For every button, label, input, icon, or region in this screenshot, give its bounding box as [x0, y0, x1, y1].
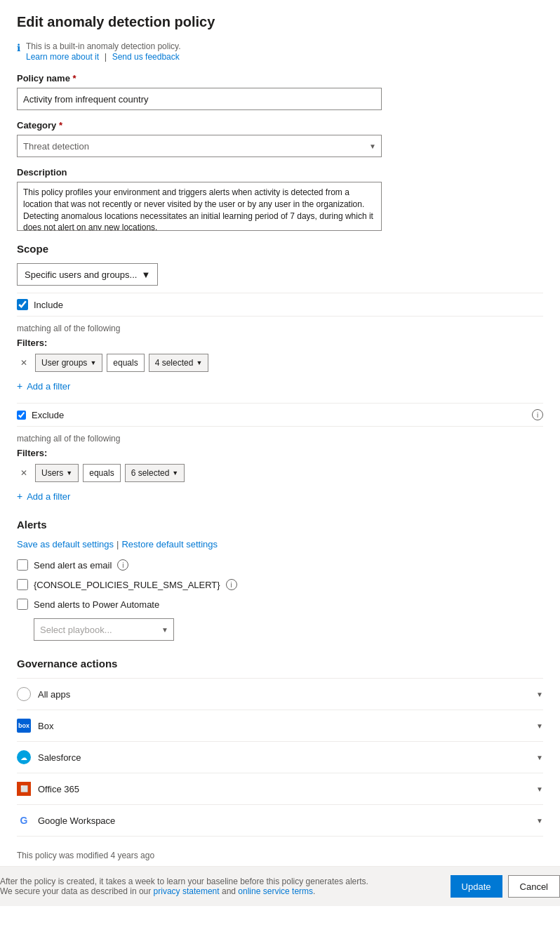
power-automate-checkbox[interactable] — [17, 599, 28, 610]
save-default-link[interactable]: Save as default settings — [17, 539, 114, 550]
governance-item-box[interactable]: box Box ▼ — [17, 710, 543, 742]
exclude-add-filter-button[interactable]: + Add a filter — [17, 488, 70, 505]
include-filter-field-label: User groups — [41, 358, 87, 368]
alerts-links: Save as default settings | Restore defau… — [17, 539, 543, 550]
include-add-filter-button[interactable]: + Add a filter — [17, 378, 70, 394]
include-filter-field-chevron-icon: ▼ — [90, 359, 96, 366]
all-apps-label: All apps — [38, 689, 70, 700]
email-alert-checkbox[interactable] — [17, 559, 28, 571]
policy-name-label: Policy name — [17, 73, 543, 84]
description-field: Description This policy profiles your en… — [17, 167, 543, 233]
scope-dropdown-wrapper: Specific users and groups... ▼ — [17, 263, 158, 286]
scope-title: Scope — [17, 243, 543, 255]
exclude-filters-label: Filters: — [17, 448, 543, 458]
salesforce-chevron-icon: ▼ — [536, 754, 543, 761]
description-input[interactable]: This policy profiles your environment an… — [17, 182, 382, 231]
exclude-filter-value-label: 6 selected — [131, 468, 170, 478]
include-filter-value[interactable]: 4 selected ▼ — [149, 354, 209, 372]
governance-section: Governance actions All apps ▼ box Box ▼ … — [17, 658, 543, 837]
google-workspace-label: Google Workspace — [38, 815, 115, 826]
exclude-label[interactable]: Exclude — [32, 410, 64, 420]
governance-item-office365[interactable]: ⬜ Office 365 ▼ — [17, 773, 543, 805]
include-filter-value-chevron-icon: ▼ — [196, 359, 202, 366]
exclude-block: matching all of the following Filters: ✕… — [17, 427, 543, 505]
exclude-info-icon[interactable]: i — [532, 409, 543, 420]
include-filter-remove-button[interactable]: ✕ — [17, 356, 31, 370]
governance-item-all-apps[interactable]: All apps ▼ — [17, 679, 543, 710]
email-info-icon[interactable]: i — [117, 559, 128, 571]
privacy-statement-link[interactable]: privacy statement — [154, 886, 220, 896]
power-automate-label[interactable]: Send alerts to Power Automate — [34, 599, 159, 610]
restore-default-link[interactable]: Restore default settings — [121, 539, 218, 550]
include-checkbox[interactable] — [17, 299, 28, 310]
exclude-filter-field-label: Users — [41, 468, 63, 478]
governance-item-salesforce[interactable]: ☁ Salesforce ▼ — [17, 742, 543, 773]
footer-info: After the policy is created, it takes a … — [0, 877, 368, 896]
update-button[interactable]: Update — [451, 875, 502, 898]
exclude-matching-label: matching all of the following — [17, 434, 543, 444]
sms-alert-label[interactable]: {CONSOLE_POLICIES_RULE_SMS_ALERT} — [34, 580, 220, 590]
scope-section: Scope Specific users and groups... ▼ Inc… — [17, 243, 543, 505]
scope-dropdown[interactable]: Specific users and groups... ▼ — [17, 263, 158, 286]
scope-dropdown-label: Specific users and groups... — [25, 269, 137, 280]
exclude-filter-field-chevron-icon: ▼ — [66, 470, 72, 477]
link-separator: | — [105, 51, 109, 62]
send-feedback-link[interactable]: Send us feedback — [112, 52, 180, 62]
exclude-filter-value[interactable]: 6 selected ▼ — [125, 464, 185, 482]
governance-title: Governance actions — [17, 658, 543, 670]
exclude-plus-icon: + — [17, 491, 22, 502]
sms-info-icon[interactable]: i — [226, 579, 237, 590]
description-label: Description — [17, 167, 543, 178]
box-icon: box — [17, 719, 31, 733]
footer-modified-text: This policy was modified 4 years ago — [17, 851, 543, 860]
email-alert-label[interactable]: Send alert as email — [34, 560, 112, 571]
info-banner: ℹ This is a built-in anomaly detection p… — [17, 41, 543, 62]
category-select-wrapper: Threat detection ▼ — [17, 135, 382, 157]
policy-name-input[interactable] — [17, 88, 382, 110]
email-alert-row: Send alert as email i — [17, 559, 543, 571]
all-apps-chevron-icon: ▼ — [536, 691, 543, 698]
include-add-filter-label: Add a filter — [27, 381, 70, 392]
learn-more-link[interactable]: Learn more about it — [26, 52, 99, 62]
include-block: matching all of the following Filters: ✕… — [17, 317, 543, 394]
governance-item-google-workspace[interactable]: G Google Workspace ▼ — [17, 805, 543, 837]
include-filter-operator-label: equals — [113, 358, 138, 368]
page-title: Edit anomaly detection policy — [17, 14, 543, 30]
include-filter-operator[interactable]: equals — [107, 354, 144, 372]
playbook-select-wrapper: Select playbook... ▼ — [34, 618, 174, 641]
plus-icon: + — [17, 380, 22, 392]
power-automate-row: Send alerts to Power Automate — [17, 599, 543, 610]
info-icon: ℹ — [17, 42, 20, 53]
service-terms-link[interactable]: online service terms — [238, 886, 313, 896]
include-filter-field[interactable]: User groups ▼ — [35, 354, 102, 372]
all-apps-icon — [17, 687, 31, 701]
include-filter-row: ✕ User groups ▼ equals 4 selected ▼ — [17, 354, 543, 372]
office365-label: Office 365 — [38, 784, 79, 794]
cancel-button[interactable]: Cancel — [508, 875, 560, 898]
alerts-link-separator: | — [116, 539, 119, 550]
exclude-filter-field[interactable]: Users ▼ — [35, 464, 79, 482]
exclude-row: Exclude i — [17, 404, 543, 426]
box-label: Box — [38, 721, 53, 731]
category-field: Category Threat detection ▼ — [17, 120, 543, 157]
include-filter-value-label: 4 selected — [155, 358, 194, 368]
exclude-filter-remove-button[interactable]: ✕ — [17, 466, 31, 480]
include-label[interactable]: Include — [34, 300, 63, 310]
exclude-filter-operator[interactable]: equals — [83, 464, 120, 482]
category-label: Category — [17, 120, 543, 131]
alerts-section: Alerts Save as default settings | Restor… — [17, 519, 543, 641]
include-filters-label: Filters: — [17, 338, 543, 348]
sms-alert-checkbox[interactable] — [17, 579, 28, 590]
exclude-checkbox[interactable] — [17, 411, 26, 420]
sms-alert-row: {CONSOLE_POLICIES_RULE_SMS_ALERT} i — [17, 579, 543, 590]
footer-info-text: After the policy is created, it takes a … — [0, 877, 368, 886]
footer-bar: After the policy is created, it takes a … — [0, 866, 560, 906]
google-icon: G — [17, 813, 31, 827]
exclude-filter-value-chevron-icon: ▼ — [172, 470, 178, 477]
exclude-section: Exclude i matching all of the following … — [17, 403, 543, 505]
info-banner-text: This is a built-in anomaly detection pol… — [26, 41, 181, 51]
playbook-select[interactable]: Select playbook... — [34, 618, 174, 641]
exclude-add-filter-label: Add a filter — [27, 491, 70, 502]
category-select[interactable]: Threat detection — [17, 135, 382, 157]
google-workspace-chevron-icon: ▼ — [536, 817, 543, 825]
